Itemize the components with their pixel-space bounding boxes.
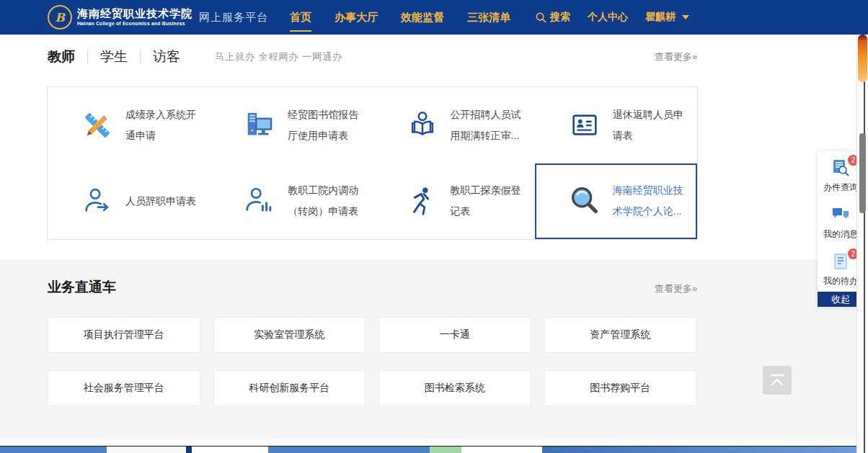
service-card-panel: 成绩录入系统开通申请 经贸图书馆报告厅使用申请表 公开招聘人员试用期满转正审. — [47, 86, 698, 240]
biz-button-project-management[interactable]: 项目执行管理平台 — [48, 317, 200, 353]
nav-item-service-hall[interactable]: 办事大厅 — [335, 0, 378, 35]
services-section: 教师 学生 访客 马上就办 全程网办 一网通办 查看更多» 成绩录入系统开通申请 — [0, 35, 868, 259]
top-navbar: B 海南经贸职业技术学院 Hainan College of Economics… — [0, 0, 868, 35]
business-section: 业务直通车 查看更多» 项目执行管理平台 实验室管理系统 一卡通 资产管理系统 … — [0, 259, 868, 439]
service-card-library-hall[interactable]: 经贸图书馆报告厅使用申请表 — [210, 87, 372, 163]
main-menu: 首页 办事大厅 效能监督 三张清单 — [290, 0, 510, 35]
search-icon — [536, 12, 546, 23]
section-gap — [0, 439, 868, 446]
role-tabs: 教师 学生 访客 马上就办 全程网办 一网通办 — [48, 48, 342, 66]
document-search-icon — [831, 158, 850, 177]
service-card-personal-forum[interactable]: 海南经贸职业技术学院个人论... — [535, 163, 697, 240]
biz-button-book-recommend[interactable]: 图书荐购平台 — [544, 370, 697, 406]
computer-icon — [243, 109, 276, 142]
magnifier-icon — [568, 184, 601, 217]
chat-bubbles-icon — [831, 205, 850, 224]
todo-document-icon — [831, 252, 850, 271]
platform-title: 网上服务平台 — [199, 11, 268, 24]
service-card-label: 教职工院内调动（转岗）申请表 — [288, 180, 364, 222]
footer-segment — [542, 447, 859, 453]
footer-segment — [192, 447, 268, 453]
biz-button-social-service[interactable]: 社会服务管理平台 — [48, 370, 200, 406]
service-card-family-visit-leave[interactable]: 教职工探亲假登记表 — [373, 163, 535, 240]
user-menu[interactable]: 瞿麒耕 — [645, 11, 689, 24]
person-reading-icon — [406, 109, 439, 142]
service-card-label: 人员辞职申请表 — [125, 191, 202, 212]
chevron-down-icon — [682, 15, 689, 19]
search-button[interactable]: 搜索 — [536, 11, 570, 24]
service-card-resignation[interactable]: 人员辞职申请表 — [48, 163, 210, 240]
school-name-en: Hainan College of Economics and Business — [77, 21, 192, 26]
biz-button-asset-management[interactable]: 资产管理系统 — [544, 317, 697, 353]
school-emblem-icon: B — [48, 5, 72, 30]
footer-segment — [186, 447, 192, 453]
footer-segment — [107, 447, 186, 453]
service-card-probation-review[interactable]: 公开招聘人员试用期满转正审... — [373, 87, 535, 163]
school-logo: 海南经贸职业技术学院 Hainan College of Economics a… — [77, 9, 192, 27]
footer-strip — [0, 446, 868, 453]
footer-segment — [0, 447, 107, 453]
tab-student[interactable]: 学生 — [100, 48, 128, 66]
business-more-link[interactable]: 查看更多» — [655, 282, 697, 295]
business-section-title: 业务直通车 — [48, 278, 116, 297]
nav-item-efficiency[interactable]: 效能监督 — [401, 0, 444, 35]
personal-center-link[interactable]: 个人中心 — [588, 11, 628, 24]
business-grid: 项目执行管理平台 实验室管理系统 一卡通 资产管理系统 社会服务管理平台 科研创… — [48, 317, 696, 406]
tab-divider — [87, 50, 88, 64]
tab-visitor[interactable]: 访客 — [153, 48, 180, 66]
services-more-link[interactable]: 查看更多» — [655, 50, 697, 63]
id-card-icon — [568, 109, 601, 142]
footer-segment — [461, 447, 542, 453]
service-card-grade-entry[interactable]: 成绩录入系统开通申请 — [48, 87, 210, 163]
search-label: 搜索 — [550, 11, 570, 24]
navbar-right: 搜索 个人中心 瞿麒耕 — [536, 11, 689, 24]
person-chart-icon — [243, 184, 276, 217]
service-card-label: 教职工探亲假登记表 — [451, 180, 527, 222]
scrollbar-thumb-orange[interactable] — [858, 35, 867, 82]
service-card-label: 公开招聘人员试用期满转正审... — [451, 104, 527, 146]
service-card-retiree-rehire[interactable]: 退休返聘人员申请表 — [535, 87, 697, 163]
nav-item-three-lists[interactable]: 三张清单 — [467, 0, 510, 35]
school-name-cn: 海南经贸职业技术学院 — [77, 9, 192, 20]
back-to-top-icon — [769, 373, 785, 387]
emblem-monogram: B — [55, 11, 65, 24]
person-running-icon — [406, 184, 439, 217]
biz-button-one-card[interactable]: 一卡通 — [378, 317, 531, 353]
service-card-label: 成绩录入系统开通申请 — [125, 104, 202, 146]
tab-teacher[interactable]: 教师 — [48, 48, 75, 66]
footer-segment — [430, 447, 461, 453]
biz-button-book-search[interactable]: 图书检索系统 — [378, 370, 531, 406]
person-leave-icon — [81, 184, 114, 217]
service-card-label: 海南经贸职业技术学院个人论... — [613, 180, 689, 222]
biz-button-lab-management[interactable]: 实验室管理系统 — [213, 317, 366, 353]
service-slogan: 马上就办 全程网办 一网通办 — [215, 50, 342, 63]
service-card-label: 退休返聘人员申请表 — [613, 104, 689, 146]
biz-button-research-innovation[interactable]: 科研创新服务平台 — [213, 370, 366, 406]
scrollbar-thumb-gray[interactable] — [859, 133, 866, 213]
service-card-internal-transfer[interactable]: 教职工院内调动（转岗）申请表 — [210, 163, 372, 240]
tab-divider — [140, 50, 141, 64]
username: 瞿麒耕 — [645, 11, 676, 24]
nav-item-home[interactable]: 首页 — [290, 0, 311, 35]
back-to-top-button[interactable] — [763, 366, 792, 395]
page-scrollbar[interactable] — [856, 35, 868, 453]
ruler-pencil-icon — [81, 109, 114, 142]
service-card-label: 经贸图书馆报告厅使用申请表 — [288, 104, 364, 146]
footer-segment — [268, 447, 430, 453]
